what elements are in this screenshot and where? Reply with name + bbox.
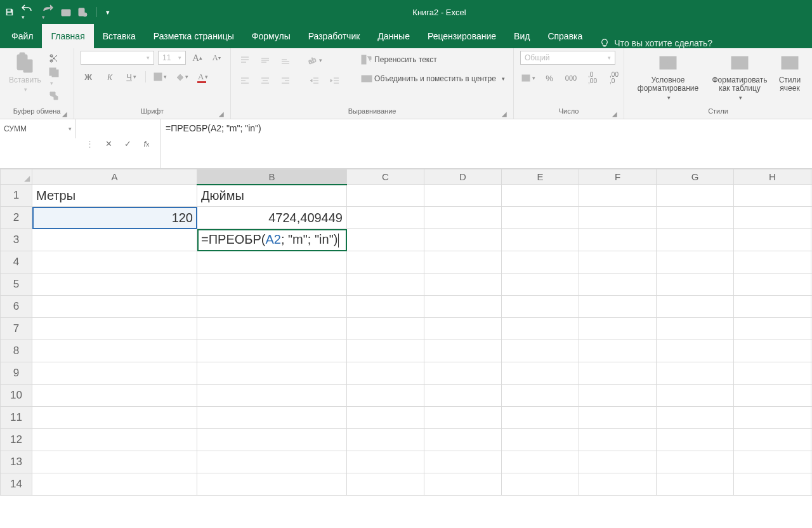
- cell-C8[interactable]: [347, 340, 424, 362]
- cell-B2[interactable]: 4724,409449: [197, 207, 347, 229]
- row-header-1[interactable]: 1: [1, 185, 32, 207]
- cell-F12[interactable]: [579, 429, 657, 451]
- cell-F6[interactable]: [579, 296, 657, 318]
- cell-F11[interactable]: [579, 407, 657, 429]
- row-header-10[interactable]: 10: [1, 385, 32, 407]
- cell-F8[interactable]: [579, 340, 657, 362]
- cell-B5[interactable]: [197, 274, 347, 296]
- row-header-11[interactable]: 11: [1, 407, 32, 429]
- select-all-corner[interactable]: ◢: [1, 169, 32, 185]
- column-headers[interactable]: ◢ A B C D E F G H: [1, 169, 813, 185]
- tab-formulas[interactable]: Формулы: [243, 24, 299, 48]
- col-header-D[interactable]: D: [424, 169, 502, 185]
- cell-C9[interactable]: [347, 362, 424, 385]
- dialog-launcher-icon[interactable]: ◢: [62, 110, 67, 117]
- row-14[interactable]: 14: [1, 473, 813, 496]
- row-header-8[interactable]: 8: [1, 340, 32, 362]
- cell-G1[interactable]: [657, 185, 734, 207]
- spreadsheet-grid[interactable]: ◢ A B C D E F G H 1МетрыДюймы21204724,40…: [0, 169, 812, 496]
- cell-E14[interactable]: [502, 473, 579, 496]
- cell-C10[interactable]: [347, 385, 424, 407]
- cell-G5[interactable]: [657, 274, 734, 296]
- cell-G3[interactable]: [657, 229, 734, 251]
- cell-G8[interactable]: [657, 340, 734, 362]
- cell-C4[interactable]: [347, 251, 424, 274]
- cut-icon[interactable]: [49, 53, 60, 63]
- cell-D9[interactable]: [424, 362, 502, 385]
- cell-F2[interactable]: [579, 207, 657, 229]
- name-box[interactable]: СУММ▾: [0, 119, 76, 138]
- cell-E4[interactable]: [502, 251, 579, 274]
- row-10[interactable]: 10: [1, 385, 813, 407]
- row-header-6[interactable]: 6: [1, 296, 32, 318]
- cell-F5[interactable]: [579, 274, 657, 296]
- cell-E5[interactable]: [502, 274, 579, 296]
- cell-G14[interactable]: [657, 473, 734, 496]
- cell-H8[interactable]: [734, 340, 811, 362]
- row-6[interactable]: 6: [1, 296, 813, 318]
- cell-B12[interactable]: [197, 429, 347, 451]
- cell-D3[interactable]: [424, 229, 502, 251]
- row-3[interactable]: 3=ПРЕОБР(A2; "m"; "in"): [1, 229, 813, 251]
- row-1[interactable]: 1МетрыДюймы: [1, 185, 813, 207]
- cell-C11[interactable]: [347, 407, 424, 429]
- cell-D11[interactable]: [424, 407, 502, 429]
- cell-E9[interactable]: [502, 362, 579, 385]
- cell-D6[interactable]: [424, 296, 502, 318]
- row-5[interactable]: 5: [1, 274, 813, 296]
- tell-me[interactable]: Что вы хотите сделать?: [600, 38, 712, 48]
- cell-D1[interactable]: [424, 185, 502, 207]
- cell-D2[interactable]: [424, 207, 502, 229]
- cell-A2[interactable]: 120: [32, 207, 197, 229]
- cell-G7[interactable]: [657, 318, 734, 340]
- cell-A9[interactable]: [32, 362, 197, 385]
- cell-G6[interactable]: [657, 296, 734, 318]
- cell-G11[interactable]: [657, 407, 734, 429]
- cell-H12[interactable]: [734, 429, 811, 451]
- cell-H5[interactable]: [734, 274, 811, 296]
- cell-A14[interactable]: [32, 473, 197, 496]
- cell-H10[interactable]: [734, 385, 811, 407]
- tab-page-layout[interactable]: Разметка страницы: [145, 24, 243, 48]
- cell-E2[interactable]: [502, 207, 579, 229]
- row-header-3[interactable]: 3: [1, 229, 32, 251]
- cell-B4[interactable]: [197, 251, 347, 274]
- col-header-C[interactable]: C: [347, 169, 424, 185]
- cell-D13[interactable]: [424, 451, 502, 473]
- cell-F4[interactable]: [579, 251, 657, 274]
- cell-C12[interactable]: [347, 429, 424, 451]
- more-functions-icon[interactable]: ⋮: [81, 135, 98, 154]
- row-9[interactable]: 9: [1, 362, 813, 385]
- cell-E11[interactable]: [502, 407, 579, 429]
- row-header-7[interactable]: 7: [1, 318, 32, 340]
- cell-A5[interactable]: [32, 274, 197, 296]
- cell-G13[interactable]: [657, 451, 734, 473]
- col-header-B[interactable]: B: [197, 169, 347, 185]
- cell-A6[interactable]: [32, 296, 197, 318]
- tab-review[interactable]: Рецензирование: [419, 24, 505, 48]
- cell-B9[interactable]: [197, 362, 347, 385]
- cell-F10[interactable]: [579, 385, 657, 407]
- cell-B14[interactable]: [197, 473, 347, 496]
- cell-G4[interactable]: [657, 251, 734, 274]
- row-header-5[interactable]: 5: [1, 274, 32, 296]
- cell-A12[interactable]: [32, 429, 197, 451]
- cell-B1[interactable]: Дюймы: [197, 185, 347, 207]
- cell-H11[interactable]: [734, 407, 811, 429]
- row-header-2[interactable]: 2: [1, 207, 32, 229]
- tab-home[interactable]: Главная: [42, 24, 93, 48]
- row-header-9[interactable]: 9: [1, 362, 32, 385]
- cell-E10[interactable]: [502, 385, 579, 407]
- cell-A7[interactable]: [32, 318, 197, 340]
- cell-A11[interactable]: [32, 407, 197, 429]
- cell-A4[interactable]: [32, 251, 197, 274]
- cell-B3[interactable]: =ПРЕОБР(A2; "m"; "in"): [197, 229, 347, 251]
- cell-G2[interactable]: [657, 207, 734, 229]
- cell-H14[interactable]: [734, 473, 811, 496]
- row-header-12[interactable]: 12: [1, 429, 32, 451]
- cell-H3[interactable]: [734, 229, 811, 251]
- row-13[interactable]: 13: [1, 451, 813, 473]
- cell-C7[interactable]: [347, 318, 424, 340]
- cell-D12[interactable]: [424, 429, 502, 451]
- cell-H13[interactable]: [734, 451, 811, 473]
